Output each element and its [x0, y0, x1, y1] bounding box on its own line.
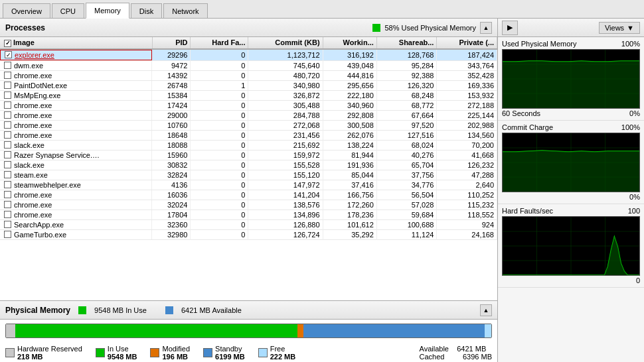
physical-memory-bar-container [0, 320, 497, 342]
process-hard-faults: 0 [191, 229, 248, 239]
inuse-dot [78, 306, 86, 314]
process-commit: 272,068 [248, 120, 323, 130]
bar-standby [303, 324, 485, 337]
table-row[interactable]: steamwebhelper.exe41360147,97237,41634,7… [0, 180, 497, 190]
physical-memory-title: Physical Memory [5, 306, 70, 315]
process-checkbox[interactable] [4, 171, 11, 178]
chart-used-physical-bottom: 60 Seconds 0% [502, 109, 640, 117]
table-row[interactable]: steam.exe328240155,12085,04437,75647,288 [0, 170, 497, 180]
process-checkbox[interactable] [4, 141, 11, 149]
table-row[interactable]: chrome.exe143920480,720444,81692,388352,… [0, 70, 497, 80]
process-checkbox[interactable] [4, 131, 11, 139]
legend-color-inuse [96, 348, 105, 357]
table-row[interactable]: SearchApp.exe323600126,880101,612100,688… [0, 219, 497, 229]
process-private: 153,932 [437, 90, 497, 100]
col-private[interactable]: Private (... [437, 37, 497, 49]
col-shareable[interactable]: Shareab... [376, 37, 437, 49]
table-row[interactable]: chrome.exe186480231,456262,076127,516134… [0, 130, 497, 140]
process-private: 202,988 [437, 120, 497, 130]
process-commit: 126,724 [248, 229, 323, 239]
left-panel: Processes 58% Used Physical Memory ▲ Ima… [0, 19, 498, 362]
process-image-cell: chrome.exe [0, 200, 152, 210]
process-image-cell: chrome.exe [0, 101, 152, 110]
table-row[interactable]: chrome.exe107600272,068300,50897,520202,… [0, 120, 497, 130]
tab-memory[interactable]: Memory [86, 3, 129, 19]
processes-collapse-btn[interactable]: ▲ [480, 22, 492, 34]
table-row[interactable]: PaintDotNet.exe267481340,980295,656126,3… [0, 80, 497, 90]
process-private: 118,552 [437, 210, 497, 219]
table-row[interactable]: explorer.exe2929601,123,712316,192128,76… [0, 49, 497, 61]
process-working: 138,224 [323, 140, 376, 150]
process-image-cell: slack.exe [0, 141, 152, 150]
process-checkbox[interactable] [4, 82, 11, 89]
physical-memory-collapse-btn[interactable]: ▲ [480, 304, 492, 316]
col-working[interactable]: Workin... [323, 37, 376, 49]
process-checkbox[interactable] [4, 231, 11, 238]
process-commit: 126,880 [248, 219, 323, 229]
process-commit: 159,972 [248, 150, 323, 160]
process-checkbox[interactable] [4, 101, 11, 109]
process-checkbox[interactable] [4, 121, 11, 129]
process-checkbox[interactable] [4, 72, 11, 79]
process-image-cell: SearchApp.exe [0, 220, 152, 229]
table-row[interactable]: dwm.exe94720745,640439,04895,284343,764 [0, 60, 497, 70]
main-layout: Processes 58% Used Physical Memory ▲ Ima… [0, 19, 644, 362]
select-all-checkbox[interactable] [4, 40, 11, 47]
process-checkbox[interactable] [4, 211, 11, 218]
col-pid[interactable]: PID [152, 37, 191, 49]
table-row[interactable]: Razer Synapse Service.exe159600159,97281… [0, 150, 497, 160]
table-row[interactable]: chrome.exe320240138,576172,26057,028115,… [0, 200, 497, 210]
col-image[interactable]: Image [0, 37, 152, 49]
process-private: 115,232 [437, 200, 497, 210]
process-name-label: PaintDotNet.exe [14, 82, 67, 90]
process-checkbox[interactable] [4, 221, 11, 228]
tab-cpu[interactable]: CPU [52, 3, 84, 18]
process-checkbox[interactable] [4, 62, 11, 69]
process-commit: 1,123,712 [248, 49, 323, 61]
table-row[interactable]: chrome.exe174240305,488340,96068,772272,… [0, 100, 497, 110]
process-checkbox[interactable] [4, 161, 11, 168]
tab-overview[interactable]: Overview [3, 3, 50, 18]
process-pid: 10760 [152, 120, 191, 130]
process-pid: 15384 [152, 90, 191, 100]
tab-network[interactable]: Network [163, 3, 207, 18]
process-pid: 32980 [152, 229, 191, 239]
process-image-cell: chrome.exe [0, 131, 152, 140]
views-button[interactable]: Views ▼ [599, 22, 640, 34]
tab-disk[interactable]: Disk [131, 3, 162, 18]
bar-inuse [15, 324, 297, 337]
process-private: 352,428 [437, 70, 497, 80]
chart-used-physical-area [502, 49, 640, 109]
table-row[interactable]: MsMpEng.exe153840326,872222,18068,248153… [0, 90, 497, 100]
process-commit: 231,456 [248, 130, 323, 140]
right-nav-btn[interactable]: ▶ [502, 21, 518, 35]
right-panel-header: ▶ Views ▼ [498, 19, 644, 37]
table-row[interactable]: chrome.exe178040134,896178,23659,684118,… [0, 210, 497, 219]
process-commit: 155,528 [248, 160, 323, 170]
process-shareable: 67,664 [376, 110, 437, 120]
process-table-container[interactable]: Image PID Hard Fa... Commit (KB) Workin.… [0, 37, 497, 300]
process-private: 272,188 [437, 100, 497, 110]
legend-label-inuse: In Use 9548 MB [108, 345, 137, 361]
col-hard[interactable]: Hard Fa... [191, 37, 248, 49]
process-image-cell: chrome.exe [0, 190, 152, 200]
process-checkbox[interactable] [5, 51, 12, 58]
table-row[interactable]: GameTurbo.exe329800126,72435,29211,12424… [0, 229, 497, 239]
process-checkbox[interactable] [4, 151, 11, 158]
table-row[interactable]: chrome.exe290000284,788292,80867,664225,… [0, 110, 497, 120]
process-working: 172,260 [323, 200, 376, 210]
process-commit: 134,896 [248, 210, 323, 219]
process-name-label: chrome.exe [14, 131, 52, 139]
process-checkbox[interactable] [4, 111, 11, 119]
process-checkbox[interactable] [4, 201, 11, 208]
process-hard-faults: 0 [191, 70, 248, 80]
process-checkbox[interactable] [4, 91, 11, 99]
table-row[interactable]: slack.exe308320155,528191,93665,704126,2… [0, 160, 497, 170]
process-checkbox[interactable] [4, 181, 11, 188]
table-row[interactable]: slack.exe180880215,692138,22468,02470,20… [0, 140, 497, 150]
col-commit[interactable]: Commit (KB) [248, 37, 323, 49]
table-row[interactable]: chrome.exe160360141,204166,75656,504110,… [0, 190, 497, 200]
process-checkbox[interactable] [4, 191, 11, 198]
right-panel: ▶ Views ▼ Used Physical Memory 100% [498, 19, 644, 362]
chart-used-physical-svg [503, 50, 639, 109]
